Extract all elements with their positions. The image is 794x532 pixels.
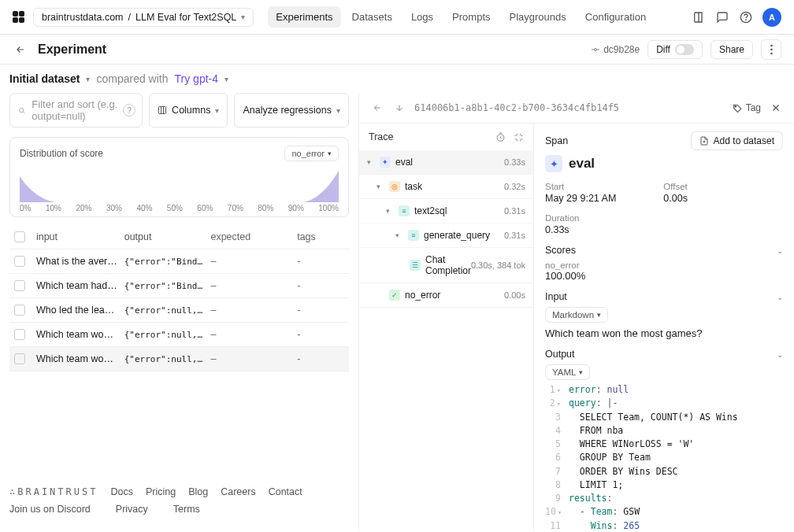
prev-span-button[interactable] [370,101,384,115]
select-all-checkbox[interactable] [14,231,25,242]
footer-link[interactable]: Pricing [146,486,176,497]
col-expected[interactable]: expected [210,231,297,242]
nav-configuration[interactable]: Configuration [577,6,654,28]
chevron-down-icon[interactable]: ⌄ [777,246,783,255]
col-output[interactable]: output [124,231,211,242]
chart-metric-select[interactable]: no_error▾ [284,146,339,161]
table-row[interactable]: Who led the leag…{"error":null,"…–- [9,298,349,323]
table-header: input output expected tags [9,225,349,249]
timer-icon[interactable] [495,132,506,142]
trace-row[interactable]: ▾◎task0.32s [359,175,533,199]
commit-ref[interactable]: dc9b28e [591,44,640,55]
book-icon[interactable] [692,10,706,24]
trace-time: 0.00s [504,290,525,300]
output-format-select[interactable]: YAML▾ [545,364,590,380]
nav-experiments[interactable]: Experiments [268,6,340,28]
avatar[interactable]: A [762,8,781,27]
nav-logs[interactable]: Logs [403,6,441,28]
trace-row[interactable]: ▾✦eval0.33s [359,150,533,175]
cell-input: Which team had … [36,280,124,291]
trace-row[interactable]: ▾≡generate_query0.31s [359,224,533,248]
chat-icon[interactable] [715,10,729,24]
add-to-dataset-button[interactable]: Add to dataset [691,131,783,150]
row-checkbox[interactable] [14,280,25,291]
row-checkbox[interactable] [14,305,25,316]
input-label: Input [545,291,567,302]
table-row[interactable]: What is the aver…{"error":"Binde…–- [9,249,349,274]
code-line: 4 FROM nba [545,424,783,438]
nav-playgrounds[interactable]: Playgrounds [502,6,574,28]
compare-target[interactable]: Try gpt-4 [175,72,219,85]
footer-link[interactable]: Careers [221,486,255,497]
cell-output: {"error":null,"… [124,354,211,364]
cell-input: Which team won … [36,329,124,340]
span-type-icon: ✦ [545,155,562,172]
chevron-down-icon: ▾ [377,183,384,190]
code-line: 2▾query: |- [545,397,783,410]
code-line: 9results: [545,492,783,505]
toggle-icon [675,44,694,55]
table-row[interactable]: Which team won …{"error":null,"…–- [9,347,349,371]
cell-tags: - [297,329,344,340]
columns-button[interactable]: Columns ▾ [149,93,228,127]
info-icon[interactable]: ? [123,104,135,116]
score-chart: Distribution of score no_error▾ 0%10%20%… [9,137,349,217]
footer-link[interactable]: Privacy [116,504,148,515]
trace-type-icon: ≡ [399,205,410,216]
svg-point-1 [746,20,747,20]
cell-tags: - [297,256,344,267]
close-button[interactable] [769,101,783,115]
trace-row[interactable]: ▾≡text2sql0.31s [359,199,533,224]
chevron-down-icon[interactable]: ⌄ [777,350,783,359]
chart-svg [20,164,339,202]
footer-link[interactable]: Blog [188,486,208,497]
tick: 100% [318,204,339,212]
trace-row[interactable]: ☰Chat Completion0.30s, 384 tok [359,248,533,283]
code-line: 11 Wins: 265 [545,519,783,531]
code-line: 3 SELECT Team, COUNT(*) AS Wins [545,411,783,424]
table-row[interactable]: Which team had …{"error":"Binde…–- [9,274,349,298]
output-label: Output [545,349,575,360]
input-format-select[interactable]: Markdown▾ [545,307,608,323]
footer-link[interactable]: Terms [173,504,200,515]
table-row[interactable]: Which team won …{"error":null,"…–- [9,323,349,347]
cell-tags: - [297,280,344,291]
col-tags[interactable]: tags [297,231,344,242]
diff-toggle[interactable]: Diff [647,40,703,59]
row-checkbox[interactable] [14,329,25,340]
row-checkbox[interactable] [14,256,25,267]
chevron-down-icon[interactable]: ⌄ [777,293,783,301]
chart-title: Distribution of score [20,148,103,159]
search-input[interactable]: Filter and sort (e.g. output=null) ? [9,93,143,127]
compare-subtitle: Initial dataset ▾ compared with Try gpt-… [0,65,794,93]
footer-link[interactable]: Join us on Discord [9,504,91,515]
tick: 80% [258,204,273,212]
breadcrumb[interactable]: braintrustdata.com / LLM Eval for Text2S… [33,8,254,27]
trace-label: generate_query [424,230,490,241]
share-button[interactable]: Share [711,40,753,59]
analyze-button[interactable]: Analyze regressions ▾ [234,93,349,127]
trace-row[interactable]: ✓no_error0.00s [359,283,533,308]
cell-output: {"error":"Binde… [124,257,211,267]
cell-expected: – [210,329,297,340]
footer-link[interactable]: Contact [269,486,302,497]
collapse-icon[interactable] [514,132,524,142]
chevron-down-icon: ▾ [241,13,245,21]
col-input[interactable]: input [36,231,124,242]
dataset-name[interactable]: Initial dataset [9,72,80,85]
tag-button[interactable]: Tag [733,102,761,113]
code-line: 6 GROUP BY Team [545,451,783,464]
duration-label: Duration [545,213,579,223]
nav-prompts[interactable]: Prompts [444,6,498,28]
footer-link[interactable]: Docs [110,486,132,497]
more-button[interactable] [761,39,781,60]
help-icon[interactable] [739,10,753,24]
breadcrumb-project: LLM Eval for Text2SQL [135,12,236,23]
chevron-down-icon: ▾ [386,207,394,215]
nav-datasets[interactable]: Datasets [344,6,400,28]
back-button[interactable] [13,42,28,57]
next-span-button[interactable] [392,101,406,115]
row-checkbox[interactable] [14,353,25,364]
logo-icon [13,11,25,24]
columns-icon [158,105,167,115]
